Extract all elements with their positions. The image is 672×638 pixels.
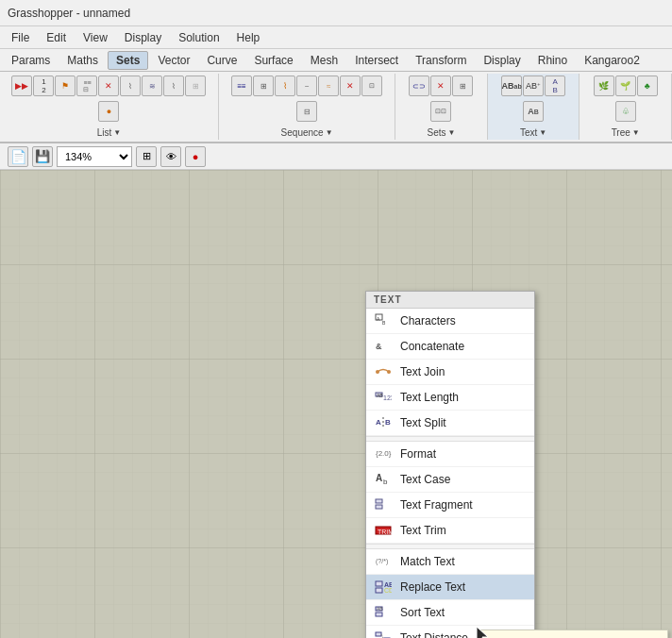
mouse-cursor (477, 627, 492, 638)
tab-kangaroo2[interactable]: Kangaroo2 (577, 52, 647, 69)
eye-button[interactable]: 👁 (160, 146, 181, 167)
concatenate-icon: & (374, 338, 393, 355)
svg-rect-18 (376, 505, 382, 509)
dropdown-item-format[interactable]: {2.0} Format (366, 442, 534, 467)
list-icon-8[interactable]: ⌇ (163, 76, 184, 96)
dropdown-item-sorttext[interactable]: AB Sort Text (366, 600, 534, 626)
settings-button[interactable]: ● (185, 146, 206, 167)
seq-icon-4[interactable]: ~ (296, 76, 317, 96)
menu-solution[interactable]: Solution (171, 29, 227, 46)
text-icon-1[interactable]: ABab (501, 76, 522, 96)
list-icon-7[interactable]: ≋ (142, 76, 162, 96)
text-icon-4[interactable]: AB (523, 101, 544, 122)
sets-icon-4[interactable]: ⊡⊡ (430, 101, 451, 122)
menu-help[interactable]: Help (229, 29, 268, 46)
sets-icons: ⊂⊃ ✕ ⊞ ⊡⊡ (399, 76, 483, 126)
seq-icon-2[interactable]: ⊞ (253, 76, 274, 96)
svg-line-31 (381, 634, 384, 638)
tab-intersect[interactable]: Intersect (347, 52, 406, 69)
dropdown-item-textsplit[interactable]: AB Text Split (366, 411, 534, 436)
menu-file[interactable]: File (4, 29, 37, 46)
dropdown-section-header: TEXT (366, 292, 534, 309)
list-icon-2[interactable]: 12 (33, 76, 54, 96)
sets-arrow: ▼ (448, 128, 456, 137)
seq-icon-3[interactable]: ⌇ (275, 76, 295, 96)
dropdown-item-textlength[interactable]: AB123 Text Length (366, 385, 534, 411)
svg-text:AB: AB (377, 606, 383, 612)
textjoin-label: Text Join (400, 365, 445, 378)
list-icon-3[interactable]: ⚑ (55, 76, 76, 96)
tab-rhino[interactable]: Rhino (530, 52, 575, 69)
menu-bar: File Edit View Display Solution Help (0, 26, 672, 49)
new-doc-button[interactable]: 📄 (8, 146, 28, 167)
sets-icon-1[interactable]: ⊂⊃ (409, 76, 429, 96)
tab-transform[interactable]: Transform (408, 52, 474, 69)
textlength-label: Text Length (400, 391, 459, 404)
tab-maths[interactable]: Maths (59, 52, 106, 69)
tree-icon-4[interactable]: ♧ (615, 101, 636, 122)
list-icon-4[interactable]: ≡≡⊟ (76, 76, 97, 96)
list-icon-6[interactable]: ⌇ (120, 76, 141, 96)
textfragment-label: Text Fragment (400, 498, 473, 512)
tab-mesh[interactable]: Mesh (303, 52, 345, 69)
tree-icon-2[interactable]: 🌱 (615, 76, 636, 96)
svg-rect-17 (376, 499, 382, 503)
seq-icon-1[interactable]: ≡≡ (231, 76, 252, 96)
dropdown-item-replacetext[interactable]: ABCD Replace Text (366, 575, 534, 600)
replacetext-label: Replace Text (400, 580, 465, 594)
list-icon-10[interactable]: ● (98, 101, 119, 122)
dropdown-item-textcase[interactable]: Ab Text Case (366, 467, 534, 493)
sets-icon-3[interactable]: ⊞ (452, 76, 473, 96)
text-icon-2[interactable]: AB⁺ (523, 76, 544, 96)
text-icon-3[interactable]: AB (545, 76, 565, 96)
text-label[interactable]: Text ▼ (520, 127, 546, 138)
list-icon-1[interactable]: ▶▶ (11, 76, 32, 96)
dropdown-item-textjoin[interactable]: Text Join (366, 360, 534, 385)
zoom-select[interactable]: 134% 100% 75% 50% (57, 146, 132, 167)
textdistance-icon (374, 630, 393, 638)
textdistance-label: Text Distance (400, 631, 468, 638)
svg-text:A: A (376, 418, 381, 427)
dropdown-item-textfragment[interactable]: Text Fragment (366, 493, 534, 518)
dropdown-item-characters[interactable]: AB Characters (366, 309, 534, 334)
sequence-label[interactable]: Sequence ▼ (281, 127, 333, 138)
tab-params[interactable]: Params (4, 52, 58, 69)
tab-surface[interactable]: Surface (246, 52, 300, 69)
list-label[interactable]: List ▼ (97, 127, 121, 138)
dropdown-item-concatenate[interactable]: & Concatenate (366, 334, 534, 360)
sets-icon-2[interactable]: ✕ (430, 76, 451, 96)
menu-view[interactable]: View (76, 29, 115, 46)
svg-point-6 (376, 370, 379, 374)
tab-vector[interactable]: Vector (150, 52, 197, 69)
svg-rect-1 (0, 170, 672, 638)
save-button[interactable]: 💾 (32, 146, 53, 167)
fit-view-button[interactable]: ⊞ (136, 146, 157, 167)
title-text: Grasshopper - unnamed (8, 7, 130, 20)
menu-edit[interactable]: Edit (39, 29, 74, 46)
dropdown-item-matchtext[interactable]: (?/*) Match Text (366, 549, 534, 575)
textsplit-icon: AB (374, 414, 393, 431)
svg-text:A: A (376, 473, 382, 483)
list-icon-5[interactable]: ✕ (98, 76, 119, 96)
dropdown-item-texttrim[interactable]: TRIM Text Trim (366, 518, 534, 544)
menu-display[interactable]: Display (117, 29, 169, 46)
list-icon-9[interactable]: ⊞ (185, 76, 206, 96)
svg-rect-29 (376, 632, 381, 636)
tree-icon-3[interactable]: ♣ (637, 76, 658, 96)
matchtext-icon: (?/*) (374, 553, 393, 570)
svg-text:&: & (376, 342, 382, 351)
tree-icon-1[interactable]: 🌿 (594, 76, 614, 96)
seq-icon-8[interactable]: ⊟ (296, 101, 317, 122)
format-label: Format (400, 447, 436, 461)
tab-curve[interactable]: Curve (199, 52, 244, 69)
toolbar-group-tree: 🌿 🌱 ♣ ♧ Tree ▼ (580, 74, 672, 140)
tree-arrow: ▼ (632, 128, 640, 137)
tab-sets[interactable]: Sets (108, 51, 148, 70)
seq-icon-5[interactable]: ≈ (318, 76, 339, 96)
sets-label[interactable]: Sets ▼ (428, 127, 456, 138)
tab-display[interactable]: Display (476, 52, 528, 69)
tree-label[interactable]: Tree ▼ (612, 127, 640, 138)
tree-icons: 🌿 🌱 ♣ ♧ (583, 76, 667, 126)
seq-icon-6[interactable]: ✕ (340, 76, 361, 96)
seq-icon-7[interactable]: ⊡ (361, 76, 382, 96)
